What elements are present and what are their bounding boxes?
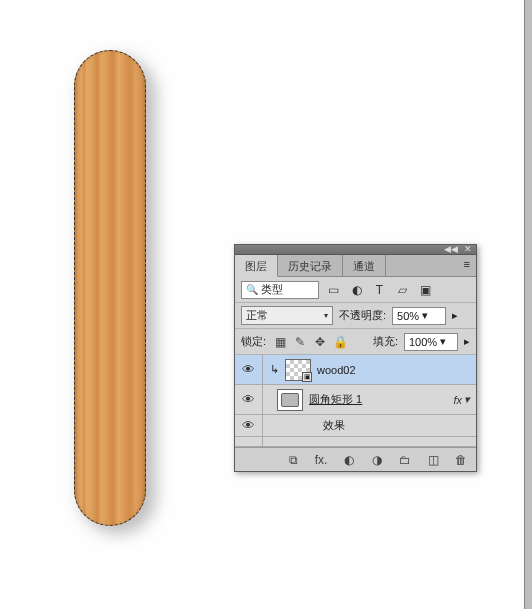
smart-object-badge-icon: ▣ bbox=[302, 372, 312, 382]
effects-label: 效果 bbox=[323, 418, 345, 433]
chevron-down-icon: ▾ bbox=[422, 309, 428, 322]
tab-history[interactable]: 历史记录 bbox=[278, 255, 343, 276]
layer-name[interactable]: wood02 bbox=[317, 364, 356, 376]
lock-transparent-icon[interactable]: ▦ bbox=[272, 335, 288, 349]
layers-bottom-bar: ⧉ fx. ◐ ◑ 🗀 ◫ 🗑 bbox=[235, 447, 476, 471]
blend-mode-value: 正常 bbox=[246, 308, 268, 323]
close-icon[interactable]: ✕ bbox=[464, 245, 472, 254]
lock-label: 锁定: bbox=[241, 334, 266, 349]
visibility-toggle[interactable]: 👁 bbox=[235, 415, 263, 436]
layer-effects-indicator[interactable]: fx ▾ bbox=[453, 393, 470, 406]
lock-row: 锁定: ▦ ✎ ✥ 🔒 填充: 100% ▾ ▸ bbox=[235, 329, 476, 355]
tab-channels[interactable]: 通道 bbox=[343, 255, 386, 276]
blend-row: 正常 ▾ 不透明度: 50% ▾ ▸ bbox=[235, 303, 476, 329]
effects-twirl-icon[interactable]: ▾ bbox=[464, 393, 470, 406]
delete-layer-icon[interactable]: 🗑 bbox=[452, 453, 470, 467]
filter-text-icon[interactable]: T bbox=[371, 281, 388, 298]
layer-row-rounded-rect[interactable]: 👁 圆角矩形 1 fx ▾ bbox=[235, 385, 476, 415]
layers-list: 👁 ↳ ▣ wood02 👁 圆角矩形 1 fx ▾ 👁 效果 bbox=[235, 355, 476, 447]
blend-mode-dropdown[interactable]: 正常 ▾ bbox=[241, 306, 333, 325]
filter-shape-icon[interactable]: ▱ bbox=[394, 281, 411, 298]
layer-filter-type[interactable]: 🔍 类型 bbox=[241, 281, 319, 299]
opacity-label: 不透明度: bbox=[339, 308, 386, 323]
panel-menu-icon[interactable]: ≡ bbox=[458, 255, 476, 276]
chevron-down-icon: ▾ bbox=[324, 311, 328, 320]
filter-type-label: 类型 bbox=[261, 282, 283, 297]
visibility-toggle[interactable]: 👁 bbox=[235, 355, 263, 384]
tab-layers[interactable]: 图层 bbox=[235, 255, 278, 277]
opacity-value: 50% bbox=[397, 310, 419, 322]
new-group-icon[interactable]: 🗀 bbox=[396, 453, 414, 467]
fill-input[interactable]: 100% ▾ bbox=[404, 333, 458, 351]
filter-smart-icon[interactable]: ▣ bbox=[417, 281, 434, 298]
layer-row-wood02[interactable]: 👁 ↳ ▣ wood02 bbox=[235, 355, 476, 385]
new-adjustment-icon[interactable]: ◑ bbox=[368, 453, 386, 467]
lock-paint-icon[interactable]: ✎ bbox=[292, 335, 308, 349]
popsicle-stick-shape[interactable] bbox=[74, 50, 146, 526]
panel-tabs: 图层 历史记录 通道 ≡ bbox=[235, 255, 476, 277]
opacity-input[interactable]: 50% ▾ bbox=[392, 307, 446, 325]
chevron-down-icon: ▾ bbox=[440, 335, 446, 348]
new-layer-icon[interactable]: ◫ bbox=[424, 453, 442, 467]
panel-titlebar[interactable]: ◀◀ ✕ bbox=[235, 245, 476, 255]
opacity-side-caret[interactable]: ▸ bbox=[452, 309, 458, 322]
layer-thumbnail[interactable] bbox=[277, 389, 303, 411]
layer-effects-sublabel[interactable]: 👁 效果 bbox=[235, 415, 476, 437]
filter-adjust-icon[interactable]: ◐ bbox=[348, 281, 365, 298]
lock-all-icon[interactable]: 🔒 bbox=[332, 335, 348, 349]
lock-position-icon[interactable]: ✥ bbox=[312, 335, 328, 349]
fill-value: 100% bbox=[409, 336, 437, 348]
search-icon: 🔍 bbox=[246, 284, 258, 295]
clip-indicator-icon: ↳ bbox=[263, 363, 285, 376]
add-mask-icon[interactable]: ◐ bbox=[340, 453, 358, 467]
filter-pixel-icon[interactable]: ▭ bbox=[325, 281, 342, 298]
fill-label: 填充: bbox=[373, 334, 398, 349]
filter-row: 🔍 类型 ▭ ◐ T ▱ ▣ bbox=[235, 277, 476, 303]
layer-list-filler bbox=[235, 437, 476, 447]
layers-panel: ◀◀ ✕ 图层 历史记录 通道 ≡ 🔍 类型 ▭ ◐ T ▱ ▣ 正常 ▾ 不透… bbox=[234, 244, 477, 472]
fx-label: fx bbox=[453, 394, 462, 406]
collapse-icon[interactable]: ◀◀ bbox=[444, 245, 458, 254]
fill-side-caret[interactable]: ▸ bbox=[464, 335, 470, 348]
layer-thumbnail[interactable]: ▣ bbox=[285, 359, 311, 381]
add-style-icon[interactable]: fx. bbox=[312, 453, 330, 467]
visibility-toggle[interactable]: 👁 bbox=[235, 385, 263, 414]
layer-name[interactable]: 圆角矩形 1 bbox=[309, 392, 362, 407]
link-layers-icon[interactable]: ⧉ bbox=[284, 453, 302, 467]
